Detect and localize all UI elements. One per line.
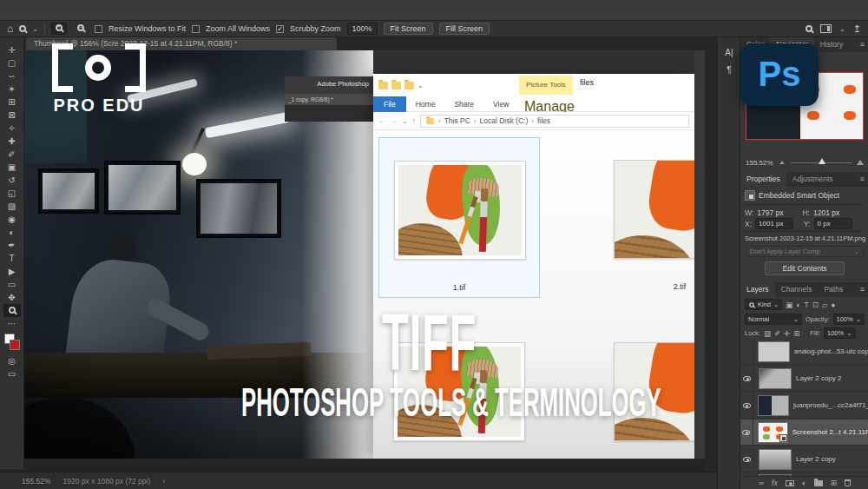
- lock-move-icon[interactable]: ✛: [784, 329, 790, 338]
- layer-name[interactable]: Screenshot 2...t 4.21.11PM: [792, 428, 868, 436]
- visibility-toggle[interactable]: [740, 366, 754, 392]
- fit-screen-button[interactable]: Fit Screen: [384, 23, 433, 35]
- background-color-swatch[interactable]: [10, 340, 20, 350]
- filter-adjustment-icon[interactable]: ◐: [796, 301, 800, 309]
- zoom-in-button[interactable]: [51, 23, 67, 35]
- history-brush-tool-icon[interactable]: ↺: [3, 174, 21, 187]
- tab-history[interactable]: History: [814, 37, 849, 52]
- visibility-toggle[interactable]: [740, 420, 753, 446]
- tab-channels[interactable]: Channels: [775, 282, 819, 297]
- filter-smart-object-icon[interactable]: ▱: [822, 301, 828, 309]
- link-layers-icon[interactable]: ∞: [759, 479, 764, 487]
- color-swatches[interactable]: [3, 334, 21, 351]
- pen-tool-icon[interactable]: ✒: [3, 239, 21, 252]
- eyedropper-tool-icon[interactable]: ✧: [3, 122, 21, 135]
- visibility-toggle[interactable]: [740, 446, 754, 472]
- layer-thumbnail[interactable]: [758, 422, 788, 443]
- layer-comp-dropdown[interactable]: Don't Apply Layer Comp ⌄: [746, 246, 864, 257]
- layer-thumbnail[interactable]: [758, 395, 789, 416]
- opacity-dropdown[interactable]: 100% ⌄: [833, 314, 865, 325]
- resize-windows-checkbox[interactable]: [95, 25, 102, 33]
- lasso-tool-icon[interactable]: ∽: [3, 69, 21, 83]
- layer-row-layer2copy[interactable]: Layer 2 copy: [740, 446, 868, 472]
- blend-mode-dropdown[interactable]: Normal ⌄: [745, 314, 802, 325]
- type-tool-icon[interactable]: T: [3, 252, 21, 265]
- crop-tool-icon[interactable]: ⊞: [3, 96, 21, 109]
- layer-row-juanproedu[interactable]: juanproedu_...cc2a4f71_2: [740, 393, 868, 419]
- layer-filter-dropdown[interactable]: Kind ⌄: [745, 299, 782, 310]
- scrubby-zoom-checkbox[interactable]: [276, 25, 284, 33]
- visibility-toggle[interactable]: [740, 339, 753, 365]
- status-zoom-value[interactable]: 155.52%: [22, 477, 51, 486]
- healing-brush-tool-icon[interactable]: ✚: [3, 135, 21, 148]
- zoom-out-slider-icon[interactable]: [779, 161, 785, 164]
- share-icon[interactable]: ↥: [853, 23, 861, 35]
- path-selection-tool-icon[interactable]: ▶: [3, 265, 21, 278]
- gradient-tool-icon[interactable]: ▨: [3, 200, 21, 213]
- new-group-icon[interactable]: [814, 480, 823, 486]
- shape-tool-icon[interactable]: ▭: [3, 278, 21, 291]
- home-icon[interactable]: ⌂: [7, 23, 13, 35]
- adjustment-layer-icon[interactable]: ◐: [802, 479, 806, 487]
- layer-thumbnail[interactable]: [758, 341, 789, 362]
- blur-tool-icon[interactable]: ◉: [3, 213, 21, 226]
- status-chevron-icon[interactable]: ›: [162, 477, 165, 486]
- search-icon[interactable]: [806, 25, 812, 32]
- eraser-tool-icon[interactable]: ◱: [3, 187, 21, 200]
- layer-row-layer2copy2[interactable]: Layer 2 copy 2: [740, 366, 868, 392]
- hand-tool-icon[interactable]: ✥: [3, 291, 21, 304]
- layer-thumbnail[interactable]: [759, 368, 792, 389]
- tab-paths[interactable]: Paths: [818, 282, 849, 297]
- brush-tool-icon[interactable]: ✐: [3, 148, 21, 161]
- filter-pixel-icon[interactable]: ▣: [786, 301, 792, 309]
- visibility-toggle[interactable]: [740, 393, 753, 419]
- clone-stamp-tool-icon[interactable]: ▣: [3, 161, 21, 174]
- tab-properties[interactable]: Properties: [740, 172, 786, 187]
- slider-handle[interactable]: [819, 158, 825, 164]
- screen-mode-icon[interactable]: ▭: [3, 367, 21, 380]
- navigator-zoom-value[interactable]: 155.52%: [746, 159, 773, 167]
- tool-preset-caret-icon[interactable]: ⌄: [32, 25, 38, 33]
- y-field[interactable]: 0 px: [814, 218, 852, 229]
- layer-name[interactable]: analog-phot...53-utc copy: [794, 347, 868, 355]
- lock-transparent-icon[interactable]: ▨: [764, 329, 771, 338]
- filter-type-icon[interactable]: T: [804, 301, 808, 309]
- character-panel-icon[interactable]: A|: [718, 44, 740, 62]
- layer-row-analog[interactable]: analog-phot...53-utc copy: [740, 339, 868, 365]
- layer-name[interactable]: juanproedu_...cc2a4f71_2: [793, 401, 868, 409]
- workspace-caret-icon[interactable]: ⌄: [839, 25, 845, 33]
- zoom-in-slider-icon[interactable]: [857, 160, 864, 165]
- marquee-tool-icon[interactable]: ▢: [3, 56, 21, 69]
- fill-screen-button[interactable]: Fill Screen: [439, 23, 490, 35]
- new-layer-icon[interactable]: ⊞: [831, 479, 837, 487]
- workspace-icon[interactable]: [820, 24, 832, 33]
- layer-thumbnail[interactable]: [759, 449, 792, 470]
- tab-layers[interactable]: Layers: [740, 282, 775, 297]
- panel-menu-icon[interactable]: ≡: [860, 172, 868, 187]
- object-selection-tool-icon[interactable]: ✶: [3, 83, 21, 96]
- panel-menu-icon[interactable]: ≡: [860, 37, 868, 52]
- tab-adjustments[interactable]: Adjustments: [786, 172, 839, 187]
- edit-toolbar-icon[interactable]: ⋯: [3, 317, 21, 330]
- zoom-all-windows-checkbox[interactable]: [192, 25, 200, 33]
- layer-effects-icon[interactable]: fx: [772, 479, 778, 487]
- zoom-percent-field[interactable]: 100%: [347, 23, 378, 35]
- layer-name[interactable]: Layer 2 copy: [796, 455, 836, 463]
- navigator-zoom-slider[interactable]: [791, 162, 852, 163]
- zoom-out-button[interactable]: [73, 23, 89, 35]
- filter-switch-icon[interactable]: ●: [831, 301, 835, 309]
- zoom-tool-icon[interactable]: [19, 25, 26, 32]
- zoom-tool-button[interactable]: [3, 304, 21, 317]
- edit-contents-button[interactable]: Edit Contents: [765, 261, 845, 275]
- x-field[interactable]: 1001 px: [755, 218, 793, 229]
- delete-layer-icon[interactable]: [845, 479, 851, 486]
- layer-row-screenshot[interactable]: Screenshot 2...t 4.21.11PM: [740, 420, 868, 446]
- add-mask-icon[interactable]: [786, 480, 794, 486]
- lock-paint-icon[interactable]: ✐: [774, 329, 780, 338]
- move-tool-icon[interactable]: ✛: [3, 43, 21, 56]
- panel-menu-icon[interactable]: ≡: [860, 282, 868, 297]
- dodge-tool-icon[interactable]: ◐: [3, 226, 21, 239]
- lock-all-icon[interactable]: ⊞: [793, 329, 799, 338]
- layer-name[interactable]: Layer 2 copy 2: [796, 374, 841, 382]
- frame-tool-icon[interactable]: ⊠: [3, 109, 21, 122]
